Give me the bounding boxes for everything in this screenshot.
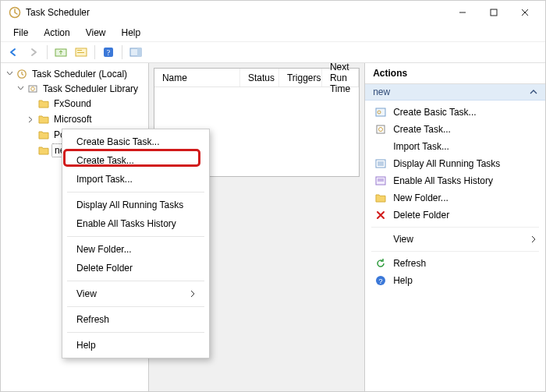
- ctx-label: View: [76, 288, 97, 299]
- submenu-arrow-icon: [531, 235, 536, 243]
- action-label: Import Task...: [393, 141, 449, 152]
- ctx-label: Help: [76, 340, 96, 351]
- ctx-label: Create Basic Task...: [76, 136, 160, 147]
- tree-library[interactable]: Task Scheduler Library: [16, 82, 148, 96]
- tree-library-label: Task Scheduler Library: [41, 83, 140, 95]
- action-label: View: [393, 234, 525, 245]
- action-label: New Folder...: [393, 192, 448, 203]
- ctx-label: Display All Running Tasks: [76, 200, 183, 210]
- action-label: Display All Running Tasks: [393, 158, 500, 169]
- ctx-display-all-running-tasks[interactable]: Display All Running Tasks: [62, 196, 209, 214]
- toolbar-separator: [94, 45, 95, 59]
- svg-rect-15: [377, 125, 385, 133]
- ctx-create-task[interactable]: Create Task...: [62, 151, 209, 170]
- action-delete-folder[interactable]: Delete Folder: [365, 207, 545, 224]
- action-label: Help: [393, 275, 413, 286]
- expander-icon[interactable]: [5, 70, 14, 79]
- maximize-button[interactable]: [478, 2, 509, 23]
- context-menu: Create Basic Task... Create Task... Impo…: [62, 129, 210, 358]
- task-icon: [374, 123, 387, 136]
- action-label: Create Basic Task...: [393, 107, 477, 118]
- svg-rect-9: [137, 48, 141, 56]
- ctx-label: Refresh: [76, 314, 109, 325]
- action-create-task[interactable]: Create Task...: [365, 121, 545, 138]
- menu-view[interactable]: View: [78, 26, 114, 40]
- svg-text:?: ?: [107, 48, 111, 57]
- actions-pane: Actions new Create Basic Task... Create …: [364, 63, 545, 391]
- ctx-separator: [67, 236, 204, 237]
- menu-action[interactable]: Action: [36, 26, 77, 40]
- action-help[interactable]: ? Help: [365, 272, 545, 289]
- ctx-view[interactable]: View: [62, 284, 209, 303]
- ctx-separator: [67, 332, 204, 333]
- action-new-folder[interactable]: New Folder...: [365, 189, 545, 207]
- app-icon: [9, 6, 21, 19]
- ctx-refresh[interactable]: Refresh: [62, 310, 209, 329]
- ctx-delete-folder[interactable]: Delete Folder: [62, 259, 209, 277]
- menu-help[interactable]: Help: [114, 26, 149, 40]
- toolbar-properties-button[interactable]: [72, 44, 90, 61]
- clock-icon: [16, 69, 27, 79]
- folder-icon: [38, 130, 49, 139]
- action-label: Refresh: [393, 258, 426, 269]
- ctx-separator: [67, 192, 204, 192]
- window-titlebar: Task Scheduler: [1, 1, 545, 24]
- action-view[interactable]: View: [365, 231, 545, 248]
- ctx-label: New Folder...: [76, 244, 132, 255]
- actions-header: Actions: [365, 63, 545, 84]
- svg-rect-11: [29, 86, 37, 92]
- actions-list: Create Basic Task... Create Task... Impo…: [365, 101, 545, 292]
- tree-fxsound-label: FxSound: [51, 97, 94, 110]
- window-title: Task Scheduler: [26, 7, 90, 18]
- column-name[interactable]: Name: [154, 69, 240, 87]
- column-triggers[interactable]: Triggers: [279, 69, 322, 87]
- menu-file[interactable]: File: [5, 26, 36, 40]
- ctx-import-task[interactable]: Import Task...: [62, 170, 209, 189]
- action-label: Enable All Tasks History: [393, 175, 493, 186]
- toolbar-help-button[interactable]: ?: [99, 44, 118, 61]
- forward-button[interactable]: [24, 44, 43, 61]
- toolbar-up-level-button[interactable]: [51, 44, 70, 61]
- tree-fxsound[interactable]: FxSound: [27, 97, 148, 111]
- library-icon: [27, 83, 38, 94]
- toolbar: ?: [1, 41, 545, 63]
- close-button[interactable]: [509, 2, 541, 23]
- column-status[interactable]: Status: [240, 69, 279, 87]
- history-icon: [374, 175, 387, 187]
- help-icon: ?: [374, 274, 387, 287]
- ctx-create-basic-task[interactable]: Create Basic Task...: [62, 132, 209, 151]
- back-button[interactable]: [4, 44, 23, 61]
- tree-microsoft[interactable]: Microsoft: [27, 112, 148, 126]
- action-create-basic-task[interactable]: Create Basic Task...: [365, 104, 545, 121]
- action-label: Delete Folder: [393, 210, 449, 221]
- ctx-label: Import Task...: [76, 174, 133, 185]
- task-wizard-icon: [374, 106, 387, 118]
- toolbar-separator: [122, 45, 122, 59]
- action-refresh[interactable]: Refresh: [365, 255, 545, 272]
- expander-icon[interactable]: [27, 115, 36, 124]
- ctx-label: Delete Folder: [76, 263, 133, 274]
- toolbar-show-pane-button[interactable]: [126, 44, 145, 61]
- minimize-button[interactable]: [447, 2, 478, 23]
- column-next-run-time[interactable]: Next Run Time: [322, 69, 359, 87]
- action-enable-history[interactable]: Enable All Tasks History: [365, 172, 545, 189]
- ctx-new-folder[interactable]: New Folder...: [62, 240, 209, 259]
- ctx-separator: [67, 306, 204, 307]
- folder-icon: [38, 115, 49, 124]
- folder-icon: [38, 99, 49, 108]
- svg-rect-5: [77, 52, 84, 53]
- actions-group-header[interactable]: new: [365, 84, 545, 101]
- action-label: Create Task...: [393, 124, 451, 135]
- svg-rect-1: [491, 9, 497, 16]
- ctx-enable-all-tasks-history[interactable]: Enable All Tasks History: [62, 214, 209, 233]
- collapse-icon[interactable]: [530, 88, 537, 96]
- action-import-task[interactable]: Import Task...: [365, 138, 545, 155]
- svg-rect-4: [77, 50, 82, 51]
- expander-icon[interactable]: [16, 85, 25, 94]
- blank-icon: [374, 140, 387, 153]
- delete-icon: [374, 209, 387, 221]
- ctx-help[interactable]: Help: [62, 336, 209, 355]
- action-display-running-tasks[interactable]: Display All Running Tasks: [365, 155, 545, 172]
- tree-root[interactable]: Task Scheduler (Local): [5, 67, 148, 81]
- folder-icon: [374, 192, 387, 204]
